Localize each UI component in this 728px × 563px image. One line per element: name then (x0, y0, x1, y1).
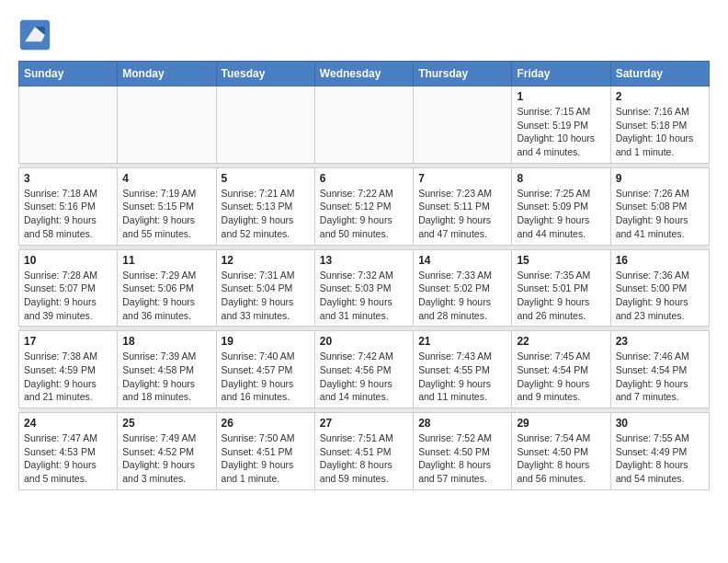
day-info: Sunrise: 7:43 AM Sunset: 4:55 PM Dayligh… (418, 350, 506, 404)
calendar-cell: 4Sunrise: 7:19 AM Sunset: 5:15 PM Daylig… (118, 167, 216, 245)
calendar-cell: 7Sunrise: 7:23 AM Sunset: 5:11 PM Daylig… (414, 167, 512, 245)
weekday-header-monday: Monday (118, 62, 216, 86)
calendar-body: 1Sunrise: 7:15 AM Sunset: 5:19 PM Daylig… (19, 86, 710, 490)
day-info: Sunrise: 7:21 AM Sunset: 5:13 PM Dayligh… (222, 187, 310, 241)
weekday-header-friday: Friday (512, 62, 610, 86)
calendar-cell: 29Sunrise: 7:54 AM Sunset: 4:50 PM Dayli… (512, 413, 610, 490)
day-info: Sunrise: 7:45 AM Sunset: 4:54 PM Dayligh… (517, 350, 605, 404)
calendar-cell: 28Sunrise: 7:52 AM Sunset: 4:50 PM Dayli… (414, 413, 512, 490)
calendar-week-row-0: 1Sunrise: 7:15 AM Sunset: 5:19 PM Daylig… (19, 86, 710, 164)
calendar-cell: 23Sunrise: 7:46 AM Sunset: 4:54 PM Dayli… (610, 331, 709, 408)
calendar-cell: 8Sunrise: 7:25 AM Sunset: 5:09 PM Daylig… (512, 167, 610, 245)
calendar-cell (314, 86, 413, 164)
day-number: 10 (24, 254, 112, 267)
day-number: 19 (222, 335, 310, 348)
day-number: 8 (517, 172, 605, 185)
logo (18, 18, 57, 52)
day-number: 30 (616, 417, 704, 430)
calendar-cell: 30Sunrise: 7:55 AM Sunset: 4:49 PM Dayli… (610, 413, 709, 490)
calendar-cell: 14Sunrise: 7:33 AM Sunset: 5:02 PM Dayli… (414, 249, 512, 327)
day-number: 11 (122, 254, 210, 267)
day-info: Sunrise: 7:35 AM Sunset: 5:01 PM Dayligh… (517, 269, 605, 323)
calendar-cell: 15Sunrise: 7:35 AM Sunset: 5:01 PM Dayli… (512, 249, 610, 327)
day-info: Sunrise: 7:52 AM Sunset: 4:50 PM Dayligh… (418, 431, 506, 486)
day-info: Sunrise: 7:26 AM Sunset: 5:08 PM Dayligh… (616, 187, 704, 241)
day-info: Sunrise: 7:51 AM Sunset: 4:51 PM Dayligh… (320, 431, 408, 486)
calendar-cell: 3Sunrise: 7:18 AM Sunset: 5:16 PM Daylig… (19, 167, 118, 245)
day-info: Sunrise: 7:29 AM Sunset: 5:06 PM Dayligh… (122, 269, 210, 323)
day-info: Sunrise: 7:23 AM Sunset: 5:11 PM Dayligh… (418, 187, 506, 241)
calendar-cell: 18Sunrise: 7:39 AM Sunset: 4:58 PM Dayli… (118, 331, 216, 408)
day-info: Sunrise: 7:49 AM Sunset: 4:52 PM Dayligh… (122, 431, 210, 486)
calendar-cell (414, 86, 512, 164)
calendar-cell: 20Sunrise: 7:42 AM Sunset: 4:56 PM Dayli… (314, 331, 413, 408)
calendar-cell: 26Sunrise: 7:50 AM Sunset: 4:51 PM Dayli… (216, 413, 314, 490)
day-info: Sunrise: 7:31 AM Sunset: 5:04 PM Dayligh… (222, 269, 310, 323)
day-number: 5 (222, 172, 310, 185)
day-number: 22 (517, 335, 605, 348)
day-number: 27 (320, 417, 408, 430)
day-info: Sunrise: 7:36 AM Sunset: 5:00 PM Dayligh… (616, 269, 704, 323)
day-number: 25 (122, 417, 210, 430)
calendar-week-row-4: 24Sunrise: 7:47 AM Sunset: 4:53 PM Dayli… (19, 413, 710, 490)
weekday-header-thursday: Thursday (414, 62, 512, 86)
day-number: 1 (517, 90, 605, 103)
day-info: Sunrise: 7:54 AM Sunset: 4:50 PM Dayligh… (517, 431, 605, 486)
day-number: 9 (616, 172, 704, 185)
day-info: Sunrise: 7:18 AM Sunset: 5:16 PM Dayligh… (24, 187, 112, 241)
calendar-cell: 19Sunrise: 7:40 AM Sunset: 4:57 PM Dayli… (216, 331, 314, 408)
day-number: 16 (616, 254, 704, 267)
day-info: Sunrise: 7:25 AM Sunset: 5:09 PM Dayligh… (517, 187, 605, 241)
weekday-header-saturday: Saturday (610, 62, 709, 86)
day-number: 7 (418, 172, 506, 185)
calendar-header-row: SundayMondayTuesdayWednesdayThursdayFrid… (19, 62, 710, 86)
calendar-cell: 24Sunrise: 7:47 AM Sunset: 4:53 PM Dayli… (19, 413, 118, 490)
day-info: Sunrise: 7:46 AM Sunset: 4:54 PM Dayligh… (616, 350, 704, 404)
weekday-header-sunday: Sunday (19, 62, 118, 86)
day-number: 26 (222, 417, 310, 430)
day-number: 4 (122, 172, 210, 185)
calendar-cell: 17Sunrise: 7:38 AM Sunset: 4:59 PM Dayli… (19, 331, 118, 408)
day-number: 3 (24, 172, 112, 185)
calendar-cell: 11Sunrise: 7:29 AM Sunset: 5:06 PM Dayli… (118, 249, 216, 327)
day-number: 2 (616, 90, 704, 103)
day-info: Sunrise: 7:55 AM Sunset: 4:49 PM Dayligh… (616, 431, 704, 486)
day-info: Sunrise: 7:32 AM Sunset: 5:03 PM Dayligh… (320, 269, 408, 323)
page-header (18, 18, 710, 52)
calendar-cell: 13Sunrise: 7:32 AM Sunset: 5:03 PM Dayli… (314, 249, 413, 327)
calendar-cell: 21Sunrise: 7:43 AM Sunset: 4:55 PM Dayli… (414, 331, 512, 408)
weekday-header-tuesday: Tuesday (216, 62, 314, 86)
calendar-cell (118, 86, 216, 164)
calendar-cell: 2Sunrise: 7:16 AM Sunset: 5:18 PM Daylig… (610, 86, 709, 164)
day-number: 17 (24, 335, 112, 348)
day-info: Sunrise: 7:50 AM Sunset: 4:51 PM Dayligh… (222, 431, 310, 486)
calendar-cell: 5Sunrise: 7:21 AM Sunset: 5:13 PM Daylig… (216, 167, 314, 245)
day-number: 29 (517, 417, 605, 430)
logo-icon (18, 18, 51, 52)
calendar-cell: 6Sunrise: 7:22 AM Sunset: 5:12 PM Daylig… (314, 167, 413, 245)
day-info: Sunrise: 7:40 AM Sunset: 4:57 PM Dayligh… (222, 350, 310, 404)
calendar-cell: 16Sunrise: 7:36 AM Sunset: 5:00 PM Dayli… (610, 249, 709, 327)
day-number: 18 (122, 335, 210, 348)
day-info: Sunrise: 7:47 AM Sunset: 4:53 PM Dayligh… (24, 431, 112, 486)
day-number: 6 (320, 172, 408, 185)
calendar-table: SundayMondayTuesdayWednesdayThursdayFrid… (18, 61, 710, 490)
day-number: 14 (418, 254, 506, 267)
day-info: Sunrise: 7:19 AM Sunset: 5:15 PM Dayligh… (122, 187, 210, 241)
day-number: 21 (418, 335, 506, 348)
day-number: 24 (24, 417, 112, 430)
calendar-week-row-2: 10Sunrise: 7:28 AM Sunset: 5:07 PM Dayli… (19, 249, 710, 327)
day-info: Sunrise: 7:16 AM Sunset: 5:18 PM Dayligh… (616, 105, 704, 159)
calendar-cell (19, 86, 118, 164)
day-number: 12 (222, 254, 310, 267)
day-number: 13 (320, 254, 408, 267)
calendar-cell: 25Sunrise: 7:49 AM Sunset: 4:52 PM Dayli… (118, 413, 216, 490)
calendar-cell: 10Sunrise: 7:28 AM Sunset: 5:07 PM Dayli… (19, 249, 118, 327)
day-info: Sunrise: 7:15 AM Sunset: 5:19 PM Dayligh… (517, 105, 605, 159)
day-number: 15 (517, 254, 605, 267)
calendar-week-row-3: 17Sunrise: 7:38 AM Sunset: 4:59 PM Dayli… (19, 331, 710, 408)
day-number: 23 (616, 335, 704, 348)
calendar-cell: 1Sunrise: 7:15 AM Sunset: 5:19 PM Daylig… (512, 86, 610, 164)
day-info: Sunrise: 7:38 AM Sunset: 4:59 PM Dayligh… (24, 350, 112, 404)
day-info: Sunrise: 7:33 AM Sunset: 5:02 PM Dayligh… (418, 269, 506, 323)
